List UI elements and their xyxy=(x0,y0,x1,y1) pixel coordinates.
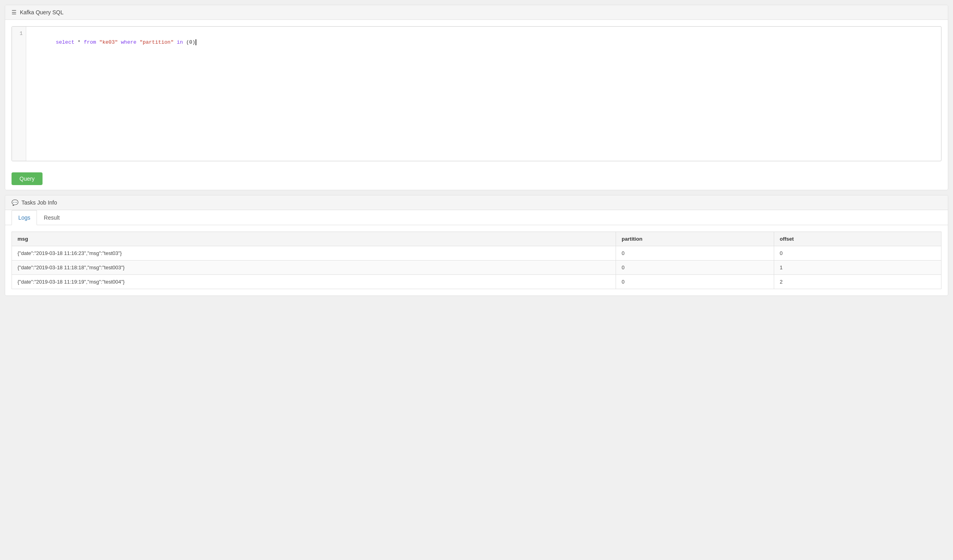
kw-in: in xyxy=(177,39,183,45)
kafka-query-body: 1 select * from "ke03" where "partition"… xyxy=(5,20,948,168)
col-header-offset: offset xyxy=(774,232,941,246)
cell-offset-1: 1 xyxy=(774,261,941,275)
cell-offset-0: 0 xyxy=(774,246,941,261)
kw-value: (0) xyxy=(186,39,195,45)
cell-msg-2: {"date":"2019-03-18 11:19:19","msg":"tes… xyxy=(12,275,616,289)
cell-partition-0: 0 xyxy=(616,246,774,261)
table-row: {"date":"2019-03-18 11:18:18","msg":"tes… xyxy=(12,261,941,275)
kafka-query-section: ☰ Kafka Query SQL 1 select * from "ke03"… xyxy=(5,5,948,190)
table-row: {"date":"2019-03-18 11:16:23","msg":"tes… xyxy=(12,246,941,261)
query-button[interactable]: Query xyxy=(12,172,43,185)
results-table: msg partition offset {"date":"2019-03-18… xyxy=(12,232,941,289)
tasks-section: 💬 Tasks Job Info Logs Result msg partiti… xyxy=(5,195,948,296)
cell-partition-1: 0 xyxy=(616,261,774,275)
kw-where: where xyxy=(121,39,136,45)
kw-select: select xyxy=(56,39,74,45)
tab-result[interactable]: Result xyxy=(37,210,66,225)
kafka-query-header: ☰ Kafka Query SQL xyxy=(5,5,948,20)
cell-partition-2: 0 xyxy=(616,275,774,289)
table-header-row: msg partition offset xyxy=(12,232,941,246)
kafka-query-title: Kafka Query SQL xyxy=(20,9,64,15)
cell-msg-0: {"date":"2019-03-18 11:16:23","msg":"tes… xyxy=(12,246,616,261)
tab-logs[interactable]: Logs xyxy=(12,210,37,225)
table-body: {"date":"2019-03-18 11:16:23","msg":"tes… xyxy=(12,246,941,289)
query-button-container: Query xyxy=(5,168,948,190)
tabs-container: Logs Result xyxy=(5,210,948,225)
cursor xyxy=(196,39,196,45)
results-table-container: msg partition offset {"date":"2019-03-18… xyxy=(5,225,948,295)
cell-offset-2: 2 xyxy=(774,275,941,289)
cell-msg-1: {"date":"2019-03-18 11:18:18","msg":"tes… xyxy=(12,261,616,275)
kw-star: * xyxy=(74,39,83,45)
sql-editor-container[interactable]: 1 select * from "ke03" where "partition"… xyxy=(12,26,941,161)
kafka-icon: ☰ xyxy=(12,9,17,15)
kw-from: from xyxy=(84,39,96,45)
col-header-msg: msg xyxy=(12,232,616,246)
tasks-header: 💬 Tasks Job Info xyxy=(5,195,948,210)
kw-field: "partition" xyxy=(139,39,174,45)
tasks-icon: 💬 xyxy=(12,199,18,206)
tasks-title: Tasks Job Info xyxy=(21,199,57,206)
sql-editor[interactable]: select * from "ke03" where "partition" i… xyxy=(26,27,941,161)
kw-table: "ke03" xyxy=(99,39,118,45)
table-header: msg partition offset xyxy=(12,232,941,246)
line-numbers: 1 xyxy=(12,27,26,161)
table-row: {"date":"2019-03-18 11:19:19","msg":"tes… xyxy=(12,275,941,289)
col-header-partition: partition xyxy=(616,232,774,246)
